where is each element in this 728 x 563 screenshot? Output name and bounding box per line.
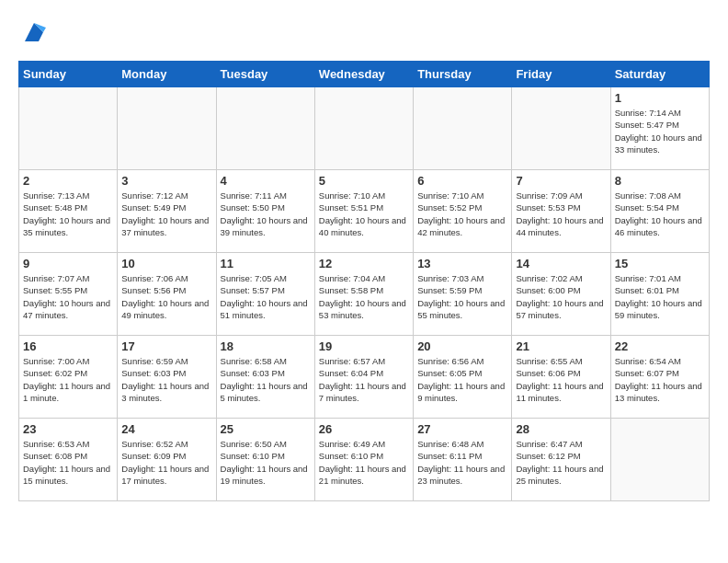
week-row-5: 23Sunrise: 6:53 AM Sunset: 6:08 PM Dayli… bbox=[19, 419, 710, 501]
calendar-cell: 16Sunrise: 7:00 AM Sunset: 6:02 PM Dayli… bbox=[19, 336, 118, 419]
day-header-monday: Monday bbox=[118, 62, 216, 87]
day-info: Sunrise: 6:57 AM Sunset: 6:04 PM Dayligh… bbox=[319, 355, 409, 404]
day-header-tuesday: Tuesday bbox=[216, 62, 314, 87]
calendar-cell: 21Sunrise: 6:55 AM Sunset: 6:06 PM Dayli… bbox=[512, 336, 610, 419]
day-info: Sunrise: 7:11 AM Sunset: 5:50 PM Dayligh… bbox=[221, 190, 311, 238]
day-info: Sunrise: 7:00 AM Sunset: 6:02 PM Dayligh… bbox=[23, 355, 113, 404]
day-info: Sunrise: 7:08 AM Sunset: 5:54 PM Dayligh… bbox=[615, 190, 705, 238]
calendar-cell: 5Sunrise: 7:10 AM Sunset: 5:51 PM Daylig… bbox=[314, 170, 413, 253]
header-row: SundayMondayTuesdayWednesdayThursdayFrid… bbox=[19, 62, 710, 87]
day-info: Sunrise: 7:04 AM Sunset: 5:58 PM Dayligh… bbox=[319, 272, 409, 321]
day-info: Sunrise: 6:54 AM Sunset: 6:07 PM Dayligh… bbox=[615, 355, 705, 404]
day-header-saturday: Saturday bbox=[610, 62, 709, 87]
day-number: 25 bbox=[221, 422, 311, 436]
week-row-1: 1Sunrise: 7:14 AM Sunset: 5:47 PM Daylig… bbox=[19, 87, 710, 170]
day-number: 7 bbox=[516, 174, 606, 188]
day-info: Sunrise: 6:59 AM Sunset: 6:03 PM Dayligh… bbox=[121, 355, 211, 404]
calendar-cell: 12Sunrise: 7:04 AM Sunset: 5:58 PM Dayli… bbox=[314, 253, 413, 336]
day-number: 4 bbox=[221, 174, 311, 188]
calendar-cell: 15Sunrise: 7:01 AM Sunset: 6:01 PM Dayli… bbox=[610, 253, 709, 336]
day-info: Sunrise: 6:47 AM Sunset: 6:12 PM Dayligh… bbox=[516, 438, 606, 487]
day-number: 3 bbox=[121, 174, 211, 188]
page-header bbox=[18, 18, 710, 52]
calendar-cell: 6Sunrise: 7:10 AM Sunset: 5:52 PM Daylig… bbox=[414, 170, 512, 253]
day-number: 20 bbox=[417, 339, 507, 353]
day-info: Sunrise: 7:07 AM Sunset: 5:55 PM Dayligh… bbox=[23, 272, 113, 321]
day-number: 12 bbox=[319, 257, 409, 270]
day-number: 16 bbox=[23, 339, 113, 353]
calendar-cell bbox=[610, 419, 709, 501]
day-info: Sunrise: 6:53 AM Sunset: 6:08 PM Dayligh… bbox=[23, 438, 113, 487]
day-info: Sunrise: 6:52 AM Sunset: 6:09 PM Dayligh… bbox=[121, 438, 211, 487]
day-info: Sunrise: 6:55 AM Sunset: 6:06 PM Dayligh… bbox=[516, 355, 606, 404]
calendar-cell bbox=[314, 87, 413, 170]
calendar-cell: 19Sunrise: 6:57 AM Sunset: 6:04 PM Dayli… bbox=[314, 336, 413, 419]
day-info: Sunrise: 6:49 AM Sunset: 6:10 PM Dayligh… bbox=[319, 438, 409, 487]
day-info: Sunrise: 7:10 AM Sunset: 5:51 PM Dayligh… bbox=[319, 190, 409, 238]
calendar-cell bbox=[512, 87, 610, 170]
day-number: 27 bbox=[417, 422, 507, 436]
calendar-cell: 9Sunrise: 7:07 AM Sunset: 5:55 PM Daylig… bbox=[19, 253, 118, 336]
calendar-cell bbox=[19, 87, 118, 170]
day-info: Sunrise: 7:06 AM Sunset: 5:56 PM Dayligh… bbox=[121, 272, 211, 321]
day-number: 10 bbox=[121, 257, 211, 270]
day-number: 13 bbox=[417, 257, 507, 270]
logo bbox=[18, 18, 48, 52]
day-info: Sunrise: 6:58 AM Sunset: 6:03 PM Dayligh… bbox=[221, 355, 311, 404]
day-info: Sunrise: 7:13 AM Sunset: 5:48 PM Dayligh… bbox=[23, 190, 113, 238]
calendar-cell: 10Sunrise: 7:06 AM Sunset: 5:56 PM Dayli… bbox=[118, 253, 216, 336]
calendar-cell: 13Sunrise: 7:03 AM Sunset: 5:59 PM Dayli… bbox=[414, 253, 512, 336]
calendar-cell: 22Sunrise: 6:54 AM Sunset: 6:07 PM Dayli… bbox=[610, 336, 709, 419]
calendar-cell: 11Sunrise: 7:05 AM Sunset: 5:57 PM Dayli… bbox=[216, 253, 314, 336]
day-number: 19 bbox=[319, 339, 409, 353]
day-info: Sunrise: 6:48 AM Sunset: 6:11 PM Dayligh… bbox=[417, 438, 507, 487]
day-number: 5 bbox=[319, 174, 409, 188]
calendar-cell: 28Sunrise: 6:47 AM Sunset: 6:12 PM Dayli… bbox=[512, 419, 610, 501]
calendar-cell bbox=[118, 87, 216, 170]
day-number: 17 bbox=[121, 339, 211, 353]
day-number: 26 bbox=[319, 422, 409, 436]
calendar-cell bbox=[414, 87, 512, 170]
calendar-cell: 7Sunrise: 7:09 AM Sunset: 5:53 PM Daylig… bbox=[512, 170, 610, 253]
calendar-cell: 26Sunrise: 6:49 AM Sunset: 6:10 PM Dayli… bbox=[314, 419, 413, 501]
calendar-cell: 8Sunrise: 7:08 AM Sunset: 5:54 PM Daylig… bbox=[610, 170, 709, 253]
day-number: 9 bbox=[23, 257, 113, 270]
day-header-wednesday: Wednesday bbox=[314, 62, 413, 87]
day-number: 21 bbox=[516, 339, 606, 353]
day-number: 18 bbox=[221, 339, 311, 353]
day-number: 15 bbox=[615, 257, 705, 270]
logo-icon bbox=[20, 18, 48, 46]
calendar-cell: 25Sunrise: 6:50 AM Sunset: 6:10 PM Dayli… bbox=[216, 419, 314, 501]
calendar-cell: 1Sunrise: 7:14 AM Sunset: 5:47 PM Daylig… bbox=[610, 87, 709, 170]
calendar-table: SundayMondayTuesdayWednesdayThursdayFrid… bbox=[18, 61, 710, 501]
calendar-cell: 20Sunrise: 6:56 AM Sunset: 6:05 PM Dayli… bbox=[414, 336, 512, 419]
day-info: Sunrise: 6:56 AM Sunset: 6:05 PM Dayligh… bbox=[417, 355, 507, 404]
day-number: 22 bbox=[615, 339, 705, 353]
day-number: 11 bbox=[221, 257, 311, 270]
week-row-4: 16Sunrise: 7:00 AM Sunset: 6:02 PM Dayli… bbox=[19, 336, 710, 419]
calendar-cell bbox=[216, 87, 314, 170]
calendar-cell: 3Sunrise: 7:12 AM Sunset: 5:49 PM Daylig… bbox=[118, 170, 216, 253]
calendar-cell: 24Sunrise: 6:52 AM Sunset: 6:09 PM Dayli… bbox=[118, 419, 216, 501]
day-number: 1 bbox=[615, 91, 705, 105]
day-info: Sunrise: 7:01 AM Sunset: 6:01 PM Dayligh… bbox=[615, 272, 705, 321]
week-row-2: 2Sunrise: 7:13 AM Sunset: 5:48 PM Daylig… bbox=[19, 170, 710, 253]
day-number: 8 bbox=[615, 174, 705, 188]
calendar-cell: 4Sunrise: 7:11 AM Sunset: 5:50 PM Daylig… bbox=[216, 170, 314, 253]
day-number: 6 bbox=[417, 174, 507, 188]
day-number: 14 bbox=[516, 257, 606, 270]
day-number: 2 bbox=[23, 174, 113, 188]
calendar-cell: 14Sunrise: 7:02 AM Sunset: 6:00 PM Dayli… bbox=[512, 253, 610, 336]
day-info: Sunrise: 7:14 AM Sunset: 5:47 PM Dayligh… bbox=[615, 107, 705, 155]
calendar-cell: 17Sunrise: 6:59 AM Sunset: 6:03 PM Dayli… bbox=[118, 336, 216, 419]
day-info: Sunrise: 7:02 AM Sunset: 6:00 PM Dayligh… bbox=[516, 272, 606, 321]
day-number: 24 bbox=[121, 422, 211, 436]
calendar-cell: 18Sunrise: 6:58 AM Sunset: 6:03 PM Dayli… bbox=[216, 336, 314, 419]
day-number: 28 bbox=[516, 422, 606, 436]
day-header-sunday: Sunday bbox=[19, 62, 118, 87]
day-info: Sunrise: 7:05 AM Sunset: 5:57 PM Dayligh… bbox=[221, 272, 311, 321]
day-info: Sunrise: 7:09 AM Sunset: 5:53 PM Dayligh… bbox=[516, 190, 606, 238]
day-header-friday: Friday bbox=[512, 62, 610, 87]
day-info: Sunrise: 7:12 AM Sunset: 5:49 PM Dayligh… bbox=[121, 190, 211, 238]
calendar-cell: 23Sunrise: 6:53 AM Sunset: 6:08 PM Dayli… bbox=[19, 419, 118, 501]
